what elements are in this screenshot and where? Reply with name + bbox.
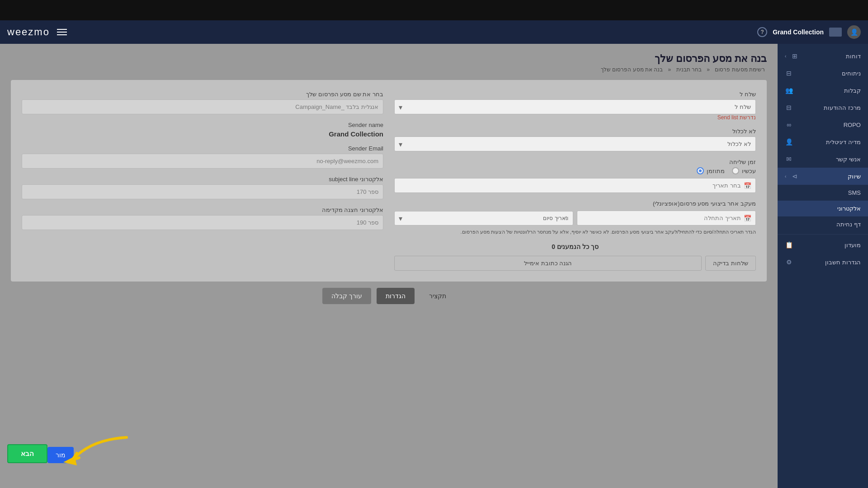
followup-label: מעקב אחר ביצועי מסע פרסום(אופציונלי) — [394, 200, 756, 207]
notification-center-icon: ⊟ — [785, 103, 793, 112]
no-include-group: לא לכלול לא לכלול — [394, 128, 756, 151]
sidebar-item-club[interactable]: מועדון 📋 — [778, 236, 868, 253]
header: 👤 Grand Collection ? weezmo — [0, 20, 868, 44]
weezmo-logo: weezmo — [7, 26, 50, 38]
campaign-name-input[interactable] — [22, 99, 383, 114]
send-time-label: זמן שליחה — [394, 159, 756, 165]
no-include-label: לא לכלול — [394, 128, 756, 135]
sender-name-group: Sender name Grand Collection — [22, 122, 383, 138]
header-right: weezmo — [7, 26, 67, 38]
subject-line-group: אלקטרוני subject line — [22, 176, 383, 199]
sender-email-group: Sender Email — [22, 145, 383, 169]
sidebar-item-ropo[interactable]: ROPO ∞ — [778, 116, 868, 133]
choose-date-wrap: 📅 — [394, 178, 756, 193]
breadcrumb-item-2: בחר תבנית — [676, 66, 702, 73]
followup-hint: הגדר תאריכי התחלה/סיום כדי להתחיל/לעקב א… — [394, 228, 756, 236]
no-include-select-wrap: לא לכלול — [394, 136, 756, 151]
bottom-nav: תקציר הגדרות עורך קבלה — [11, 282, 767, 310]
club-icon: 📋 — [785, 241, 793, 249]
breadcrumb-item-3: בנה את מסע הפרסום שלך — [601, 66, 663, 73]
help-icon[interactable]: ? — [757, 27, 767, 37]
page-title: בנה את מסע הפרסום שלך — [11, 53, 767, 65]
sidebar-item-dashboard[interactable]: דוחות ⊞ › — [778, 47, 868, 65]
subject-line-label: אלקטרוני subject line — [22, 176, 383, 183]
skip-button[interactable]: תקציר — [420, 288, 455, 304]
marketing-icon: ⊳ — [791, 172, 799, 180]
breadcrumb-item-1: רשימת מסעות פרסום — [715, 66, 765, 73]
sidebar-item-contacts[interactable]: קבלות 👥 — [778, 82, 868, 99]
subject-line-input[interactable] — [22, 184, 383, 199]
main-layout: דוחות ⊞ › ניתוחים ⊟ קבלות 👥 מרכז ההודעות… — [0, 44, 868, 488]
contacts-icon: 👥 — [785, 86, 793, 94]
sidebar-item-short-message[interactable]: אנשי קשר ✉ — [778, 150, 868, 168]
sender-email-input[interactable] — [22, 154, 383, 169]
right-column: בחר את שם מסע הפרסום שלך Sender name Gra… — [22, 91, 383, 271]
user-avatar[interactable]: 👤 — [847, 25, 861, 39]
sender-name-value: Grand Collection — [22, 130, 383, 138]
header-left: 👤 Grand Collection ? — [757, 25, 861, 39]
radio-scheduled-label: מתוזמן — [707, 168, 725, 174]
analytics-icon: ⊟ — [785, 69, 793, 77]
radio-now[interactable]: עכשיו — [732, 167, 756, 174]
preheader-group: אלקטרוני חצנה מקדימה — [22, 206, 383, 230]
address-button[interactable]: הגנה כתובת אימייל — [394, 256, 702, 271]
sidebar-item-electronic[interactable]: אלקטרוני — [778, 201, 868, 216]
preheader-label: אלקטרוני חצנה מקדימה — [22, 206, 383, 213]
followup-start-wrap: 📅 — [577, 211, 756, 225]
hamburger-menu-icon[interactable] — [57, 29, 67, 35]
form-card: שלח ל שלח ל נדרשת Send list לא לכלול — [11, 80, 767, 282]
followup-end-wrap: וtאריך סיום — [394, 211, 573, 225]
sidebar-item-digital-media[interactable]: מדיה דיגיטלית 👤 — [778, 133, 868, 150]
top-bar — [0, 0, 868, 20]
sender-email-label: Sender Email — [22, 145, 383, 152]
campaign-name-group: בחר את שם מסע הפרסום שלך — [22, 91, 383, 114]
next-haba-button[interactable]: הבא — [7, 444, 47, 463]
audience-button[interactable]: עורך קבלה — [322, 288, 371, 304]
content-area: בנה את מסע הפרסום שלך רשימת מסעות פרסום … — [0, 44, 778, 488]
breadcrumb: רשימת מסעות פרסום « בחר תבנית « בנה את מ… — [11, 66, 767, 73]
radio-now-label: עכשיו — [742, 168, 756, 174]
radio-scheduled[interactable]: מתוזמן — [697, 167, 725, 174]
send-to-select-wrap: שלח ל — [394, 99, 756, 114]
breadcrumb-sep-2: « — [666, 66, 671, 73]
no-include-select[interactable]: לא לכלול — [394, 136, 756, 151]
radio-now-circle — [732, 167, 739, 174]
breadcrumb-sep-1: « — [705, 66, 710, 73]
sidebar-arrow-marketing: › — [785, 174, 786, 179]
preheader-input[interactable] — [22, 215, 383, 230]
sidebar-item-page[interactable]: דף נחיתה — [778, 216, 868, 232]
sidebar-item-marketing[interactable]: שיווק ⊳ › — [778, 168, 868, 185]
radio-scheduled-circle — [697, 167, 704, 174]
form-bottom-buttons: שלחות בדיקה הגנה כתובת אימייל — [394, 256, 756, 271]
followup-end-select[interactable]: וtאריך סיום — [394, 211, 573, 225]
ropo-icon: ∞ — [785, 121, 793, 129]
followup-group: מעקב אחר ביצועי מסע פרסום(אופציונלי) 📅 ו… — [394, 200, 756, 236]
sidebar-item-notification-center[interactable]: מרכז ההודעות ⊟ — [778, 99, 868, 116]
dashboard-icon: ⊞ — [791, 52, 799, 60]
sidebar-item-analytics[interactable]: ניתוחים ⊟ — [778, 65, 868, 82]
sidebar: דוחות ⊞ › ניתוחים ⊟ קבלות 👥 מרכז ההודעות… — [778, 44, 868, 488]
sidebar-item-sms[interactable]: SMS — [778, 185, 868, 201]
test-send-button[interactable]: שלחות בדיקה — [705, 256, 756, 271]
send-to-label: שלח ל — [394, 91, 756, 98]
sidebar-item-settings[interactable]: הגדרות חשבון ⚙ — [778, 253, 868, 271]
followup-row: 📅 וtאריך סיום — [394, 211, 756, 225]
digital-media-icon: 👤 — [785, 138, 793, 146]
settings-button[interactable]: הגדרות — [377, 288, 415, 304]
send-time-radio-group: עכשיו מתוזמן — [394, 167, 756, 174]
page-header: בנה את מסע הפרסום שלך רשימת מסעות פרסום … — [11, 53, 767, 73]
total-excluded: סך כל הנמענים 0 — [394, 243, 756, 250]
send-list-error: נדרשת Send list — [394, 114, 756, 121]
left-column: שלח ל שלח ל נדרשת Send list לא לכלול — [394, 91, 756, 271]
brand-icon-box — [829, 28, 842, 37]
choose-sender-label: בחר את שם מסע הפרסום שלך — [22, 91, 383, 98]
choose-date-input[interactable] — [394, 178, 756, 193]
send-to-select[interactable]: שלח ל — [394, 99, 756, 114]
next-mor-button[interactable]: מור — [47, 447, 74, 463]
sidebar-arrow-dashboard: › — [785, 54, 786, 59]
settings-gear-icon: ⚙ — [785, 258, 793, 266]
send-time-group: זמן שליחה עכשיו מתוזמן — [394, 159, 756, 193]
followup-start-input[interactable] — [577, 211, 756, 225]
followup-calendar-start-icon: 📅 — [744, 215, 751, 222]
calendar-icon: 📅 — [744, 182, 751, 189]
